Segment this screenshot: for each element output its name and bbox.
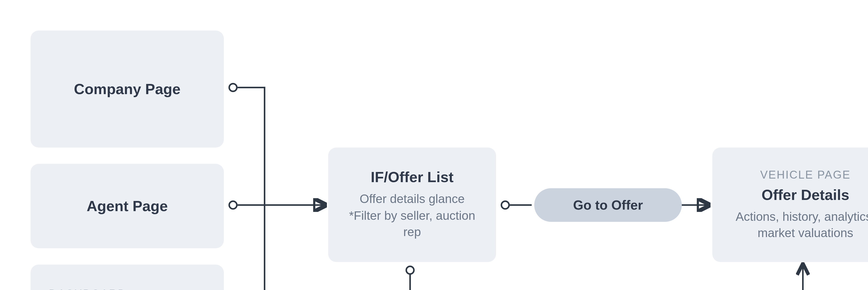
port-in-bottom	[405, 265, 415, 275]
port-out	[228, 83, 238, 92]
node-dashboard-offer-card: DASHBOARD IF/Offer Card Shows the number…	[31, 264, 224, 290]
port-out	[228, 200, 238, 210]
node-title: IF/Offer List	[371, 169, 453, 186]
node-title: Agent Page	[87, 198, 168, 215]
node-title: Company Page	[74, 80, 181, 97]
port-out	[501, 200, 510, 210]
pill-label: Go to Offer	[573, 197, 643, 213]
node-eyebrow: DASHBOARD	[49, 287, 206, 290]
node-desc: Actions, history, analytics, market valu…	[731, 208, 868, 241]
node-offer-list: IF/Offer List Offer details glance *Filt…	[328, 148, 496, 262]
pill-go-to-offer[interactable]: Go to Offer	[534, 188, 682, 222]
node-company-page: Company Page	[31, 31, 224, 148]
node-title: Offer Details	[762, 187, 849, 203]
node-desc: Offer details glance *Filter by seller, …	[346, 191, 478, 240]
node-eyebrow: VEHICLE PAGE	[760, 168, 851, 182]
node-agent-page: Agent Page	[31, 164, 224, 248]
node-vehicle-offer-details: VEHICLE PAGE Offer Details Actions, hist…	[712, 148, 868, 262]
